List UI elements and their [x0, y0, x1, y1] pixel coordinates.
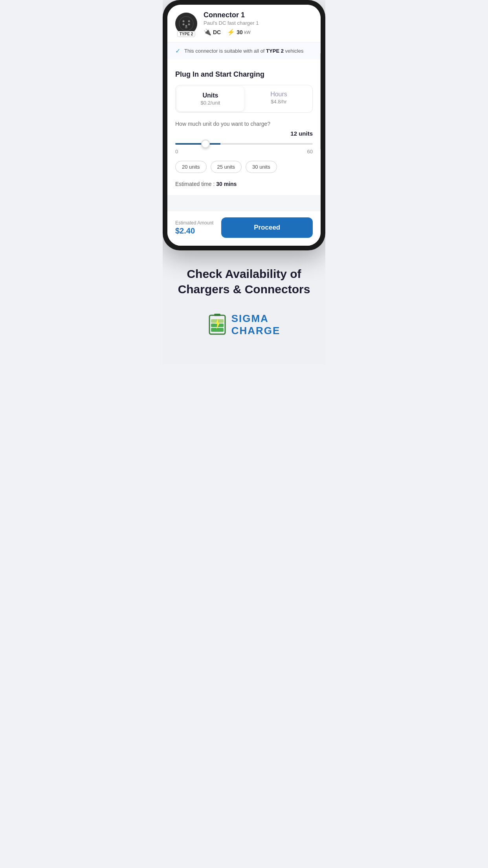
below-phone-section: Check Availability of Chargers & Connect… [163, 250, 325, 349]
tagline: Check Availability of Chargers & Connect… [171, 266, 317, 297]
plug-icon: 🔌 [204, 28, 211, 36]
scrollbar-indicator [320, 53, 321, 149]
quick-btn-25[interactable]: 25 units [211, 161, 242, 173]
connector-header: TYPE 2 Connector 1 Paul's DC fast charge… [167, 5, 321, 42]
connector-plug-icon [178, 16, 194, 31]
svg-point-3 [183, 23, 185, 25]
suitability-text: This connector is suitable with all of T… [184, 48, 303, 54]
svg-point-1 [183, 20, 185, 22]
svg-rect-9 [211, 328, 224, 332]
power-kw-value: 30 [237, 29, 243, 35]
svg-point-4 [188, 23, 190, 25]
check-icon: ✓ [175, 47, 180, 55]
tab-hours[interactable]: Hours $4.8/hr [245, 85, 312, 112]
svg-point-0 [179, 17, 193, 31]
spacer [167, 195, 321, 211]
proceed-button[interactable]: Proceed [221, 217, 313, 238]
tab-units-label: Units [181, 92, 240, 99]
svg-point-5 [185, 25, 187, 27]
quick-btn-30[interactable]: 30 units [246, 161, 277, 173]
power-type-label: DC [213, 29, 221, 35]
section-title: Plug In and Start Charging [175, 70, 313, 79]
svg-rect-8 [214, 314, 220, 316]
connector-type-badge: TYPE 2 [177, 31, 195, 37]
amount-label: Estimated Amount [175, 220, 213, 226]
logo-battery-icon [208, 313, 227, 337]
connector-icon-wrapper: TYPE 2 [175, 13, 197, 35]
logo-charge: CHARGE [231, 325, 281, 337]
power-kw-unit: kW [244, 30, 251, 35]
connector-subtitle: Paul's DC fast charger 1 [204, 20, 313, 26]
slider-max-label: 60 [307, 149, 313, 154]
svg-point-2 [188, 20, 190, 22]
suitability-banner: ✓ This connector is suitable with all of… [167, 42, 321, 59]
slider-wrap[interactable] [175, 139, 313, 146]
slider-question: How much unit do you want to charge? [175, 121, 313, 127]
charging-section: Plug In and Start Charging Units $0.2/un… [167, 63, 321, 195]
spec-power-type: 🔌 DC [204, 28, 221, 36]
tab-units[interactable]: Units $0.2/unit [177, 86, 244, 111]
amount-value: $2.40 [175, 226, 213, 235]
logo-text: SIGMA CHARGE [231, 313, 281, 337]
connector-info: Connector 1 Paul's DC fast charger 1 🔌 D… [204, 11, 313, 36]
slider-range-labels: 0 60 [175, 149, 313, 154]
amount-section: Estimated Amount $2.40 [175, 220, 213, 235]
slider-min-label: 0 [175, 149, 178, 154]
phone-frame: TYPE 2 Connector 1 Paul's DC fast charge… [163, 0, 325, 250]
tab-hours-label: Hours [249, 91, 308, 98]
units-value-row: 12 units [175, 130, 313, 137]
units-slider[interactable] [175, 143, 313, 145]
screen-content: TYPE 2 Connector 1 Paul's DC fast charge… [167, 5, 321, 246]
connector-name: Connector 1 [204, 11, 313, 19]
tab-units-price: $0.2/unit [181, 100, 240, 106]
logo-wrap: SIGMA CHARGE [171, 313, 317, 337]
estimated-time: Estimated time : 30 mins [175, 181, 313, 187]
units-value: 12 units [290, 130, 313, 137]
spec-power-kw: ⚡ 30 kW [227, 28, 250, 36]
connector-specs: 🔌 DC ⚡ 30 kW [204, 28, 313, 36]
phone-screen: TYPE 2 Connector 1 Paul's DC fast charge… [167, 5, 321, 246]
quick-btn-20[interactable]: 20 units [175, 161, 207, 173]
logo-sigma: SIGMA [231, 313, 269, 325]
bolt-icon: ⚡ [227, 28, 235, 36]
svg-rect-6 [185, 27, 187, 28]
bottom-bar: Estimated Amount $2.40 Proceed [167, 211, 321, 246]
tab-hours-price: $4.8/hr [249, 99, 308, 105]
quick-select-buttons: 20 units 25 units 30 units [175, 161, 313, 173]
charging-tabs[interactable]: Units $0.2/unit Hours $4.8/hr [175, 85, 313, 113]
